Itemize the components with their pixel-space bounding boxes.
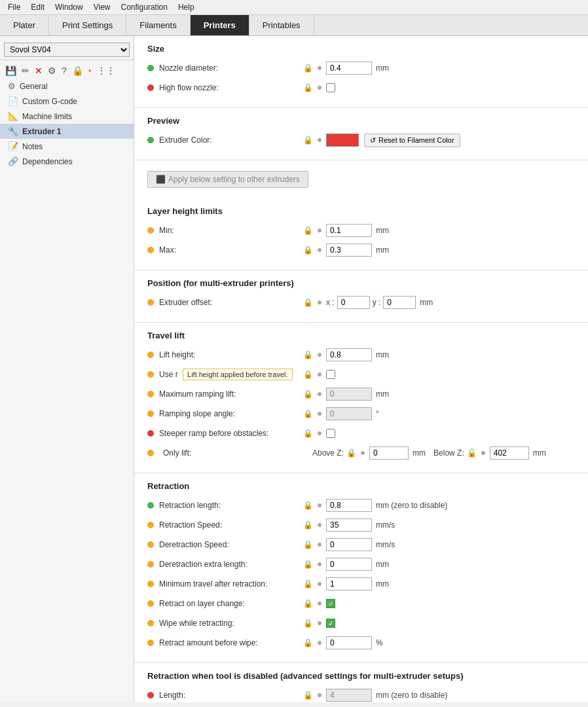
ret-wipe-indicator xyxy=(147,640,154,646)
above-z-lock[interactable]: 🔒 xyxy=(346,448,356,458)
min-lock[interactable]: 🔒 xyxy=(303,226,313,235)
reset-filament-color-button[interactable]: ↺ Reset to Filament Color xyxy=(364,134,460,147)
high-flow-lock[interactable]: 🔒 xyxy=(303,83,313,92)
ret-layer-lock[interactable]: 🔒 xyxy=(303,599,313,608)
below-z-lock[interactable]: 🔓 xyxy=(467,448,477,458)
sidebar-lock-icon[interactable]: 🔒 xyxy=(71,64,84,77)
menu-edit[interactable]: Edit xyxy=(26,1,50,13)
use-retract-controls: 🔒 xyxy=(303,370,575,379)
sidebar-item-general[interactable]: ⚙ General xyxy=(0,79,134,94)
tab-printables[interactable]: Printables xyxy=(249,15,314,35)
max-unit: mm xyxy=(376,245,389,255)
sidebar-dot-icon: • xyxy=(87,64,93,77)
lift-input[interactable] xyxy=(326,348,372,361)
ret-spd-lock[interactable]: 🔒 xyxy=(303,520,313,530)
wipe-label: Wipe while retracting: xyxy=(159,619,303,628)
use-retract-checkbox[interactable] xyxy=(326,370,335,379)
reset-label: Reset to Filament Color xyxy=(378,136,454,144)
ret-dis-len-input[interactable] xyxy=(326,689,372,702)
below-z-input[interactable] xyxy=(490,446,529,460)
ramping-input[interactable] xyxy=(326,388,372,401)
min-input[interactable] xyxy=(326,224,372,237)
max-label: Max: xyxy=(159,245,303,255)
sidebar-item-machine-limits[interactable]: 📐 Machine limits xyxy=(0,109,134,124)
ret-dis-len-lock[interactable]: 🔒 xyxy=(303,691,313,700)
lift-lock[interactable]: 🔒 xyxy=(303,350,313,359)
min-travel-unit: mm xyxy=(376,579,389,589)
menu-view[interactable]: View xyxy=(88,1,116,13)
deret-extra-lock[interactable]: 🔒 xyxy=(303,560,313,569)
deret-spd-controls: 🔒 mm/s xyxy=(303,538,575,551)
ramping-lock[interactable]: 🔒 xyxy=(303,390,313,399)
ret-len-controls: 🔒 mm (zero to disable) xyxy=(303,499,575,512)
nozzle-input[interactable] xyxy=(326,62,372,75)
apply-below-button[interactable]: ⬛ Apply below setting to other extruders xyxy=(147,171,308,188)
extruder-color-swatch[interactable] xyxy=(326,134,359,147)
ret-wipe-lock[interactable]: 🔒 xyxy=(303,638,313,647)
max-input[interactable] xyxy=(326,244,372,257)
lift-unit: mm xyxy=(376,350,389,359)
slope-input[interactable] xyxy=(326,407,372,420)
deret-extra-input[interactable] xyxy=(326,558,372,571)
use-retract-lock[interactable]: 🔒 xyxy=(303,370,313,379)
deret-spd-lock[interactable]: 🔒 xyxy=(303,540,313,549)
menu-file[interactable]: File xyxy=(3,1,26,13)
menu-help[interactable]: Help xyxy=(173,1,200,13)
sidebar-item-custom-gcode[interactable]: 📄 Custom G-code xyxy=(0,94,134,109)
ret-spd-input[interactable] xyxy=(326,518,372,532)
field-min-travel: Minimum travel after retraction: 🔒 mm xyxy=(147,576,575,592)
printer-select[interactable]: Sovol SV04 xyxy=(4,43,130,57)
ret-len-input[interactable] xyxy=(326,499,372,512)
ret-len-indicator xyxy=(147,502,154,509)
ret-spd-controls: 🔒 mm/s xyxy=(303,518,575,532)
field-deret-extra: Deretraction extra length: 🔒 mm xyxy=(147,556,575,572)
steeper-checkbox[interactable] xyxy=(326,429,335,438)
y-label: y : xyxy=(373,298,381,307)
tab-filaments[interactable]: Filaments xyxy=(126,15,190,35)
ret-len-lock[interactable]: 🔒 xyxy=(303,501,313,510)
max-lock[interactable]: 🔒 xyxy=(303,245,313,255)
sidebar-share-icon[interactable]: ⋮⋮ xyxy=(96,64,117,77)
deret-spd-input[interactable] xyxy=(326,538,372,551)
section-travel-lift: Travel lift Lift height: 🔒 mm Use r Lift… xyxy=(134,323,588,473)
ret-layer-checkbox[interactable]: ✓ xyxy=(326,599,335,608)
sidebar-delete-icon[interactable]: ✕ xyxy=(33,64,44,77)
section-position: Position (for multi-extruder printers) E… xyxy=(134,270,588,323)
steeper-label: Steeper ramp before obstacles: xyxy=(159,429,303,438)
apply-section: ⬛ Apply below setting to other extruders xyxy=(134,160,588,198)
sidebar-item-extruder1[interactable]: 🔧 Extruder 1 xyxy=(0,124,134,139)
min-travel-lock[interactable]: 🔒 xyxy=(303,579,313,589)
min-travel-input[interactable] xyxy=(326,577,372,590)
sidebar-item-notes[interactable]: 📝 Notes xyxy=(0,139,134,154)
extruder-color-lock[interactable]: 🔒 xyxy=(303,136,313,145)
slope-lock[interactable]: 🔒 xyxy=(303,409,313,418)
offset-lock[interactable]: 🔒 xyxy=(303,298,313,307)
steeper-lock[interactable]: 🔒 xyxy=(303,429,313,438)
sidebar-save-icon[interactable]: 💾 xyxy=(4,64,18,77)
sidebar-item-dependencies[interactable]: 🔗 Dependencies xyxy=(0,154,134,169)
dependencies-icon: 🔗 xyxy=(8,156,18,166)
nozzle-lock[interactable]: 🔒 xyxy=(303,63,313,73)
menu-window[interactable]: Window xyxy=(50,1,88,13)
sidebar-help-icon[interactable]: ? xyxy=(60,64,68,77)
sidebar-settings-icon[interactable]: ⚙ xyxy=(46,64,58,77)
wipe-indicator xyxy=(147,620,154,626)
wipe-checkbox[interactable]: ✓ xyxy=(326,619,335,628)
tab-plater[interactable]: Plater xyxy=(0,15,49,35)
ret-wipe-input[interactable] xyxy=(326,636,372,649)
field-only-lift: Only lift: Above Z: 🔒 mm Below Z: 🔓 mm xyxy=(147,445,575,461)
apply-icon: ⬛ xyxy=(156,175,166,184)
offset-label: Extruder offset: xyxy=(159,298,303,307)
lift-controls: 🔒 mm xyxy=(303,348,575,361)
sidebar-edit-icon[interactable]: ✏ xyxy=(20,64,31,77)
menu-configuration[interactable]: Configuration xyxy=(116,1,173,13)
high-flow-checkbox[interactable] xyxy=(326,83,335,92)
below-z-unit: mm xyxy=(533,448,546,458)
deret-extra-controls: 🔒 mm xyxy=(303,558,575,571)
y-input[interactable] xyxy=(383,296,416,309)
wipe-lock[interactable]: 🔒 xyxy=(303,619,313,628)
x-input[interactable] xyxy=(337,296,370,309)
tab-printers[interactable]: Printers xyxy=(191,15,249,35)
above-z-input[interactable] xyxy=(369,446,409,460)
tab-print-settings[interactable]: Print Settings xyxy=(49,15,126,35)
